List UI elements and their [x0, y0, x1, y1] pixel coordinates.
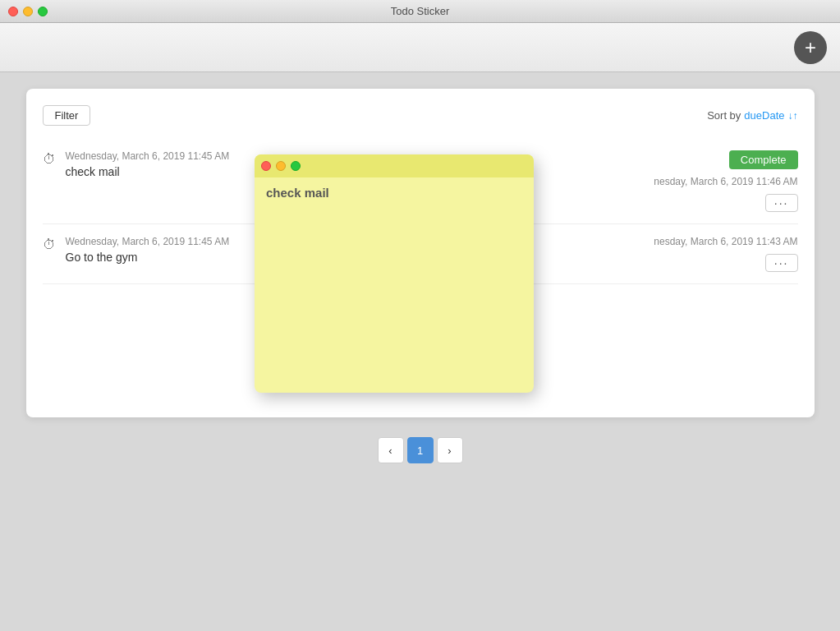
add-todo-button[interactable]: + — [794, 31, 827, 64]
next-page-button[interactable]: › — [437, 437, 463, 463]
title-bar: Todo Sticker — [0, 0, 840, 23]
pagination: ‹ 1 › — [378, 437, 463, 463]
prev-page-button[interactable]: ‹ — [378, 437, 404, 463]
window-title: Todo Sticker — [391, 5, 450, 17]
card-header: Filter Sort by dueDate ↓↑ — [43, 105, 798, 126]
more-options-button[interactable]: ··· — [765, 254, 798, 272]
sticker-title: check mail — [266, 186, 522, 200]
sticker-close-button[interactable] — [261, 161, 271, 171]
due-date: nesday, March 6, 2019 11:43 AM — [654, 236, 797, 247]
due-date: nesday, March 6, 2019 11:46 AM — [654, 176, 797, 187]
clock-icon: ⏱ — [43, 237, 56, 252]
sticker-window: check mail — [255, 154, 534, 393]
clock-icon: ⏱ — [43, 152, 56, 167]
filter-button[interactable]: Filter — [43, 105, 91, 126]
todo-right: nesday, March 6, 2019 11:43 AM ··· — [654, 236, 797, 272]
sticker-content: check mail — [255, 177, 534, 393]
close-button[interactable] — [8, 7, 18, 16]
sort-bar: Sort by dueDate ↓↑ — [707, 109, 797, 122]
sort-key: dueDate — [744, 109, 784, 122]
maximize-button[interactable] — [38, 7, 48, 16]
sort-direction-icon: ↓↑ — [788, 110, 798, 122]
sticker-minimize-button[interactable] — [276, 161, 286, 171]
sort-label: Sort by — [707, 109, 741, 122]
sticker-maximize-button[interactable] — [291, 161, 301, 171]
window-controls — [8, 7, 48, 16]
minimize-button[interactable] — [23, 7, 33, 16]
more-options-button[interactable]: ··· — [765, 194, 798, 212]
complete-badge: Complete — [729, 150, 798, 169]
toolbar: + — [0, 23, 840, 72]
page-1-button[interactable]: 1 — [407, 437, 434, 463]
sticker-titlebar — [255, 154, 534, 177]
main-content: Filter Sort by dueDate ↓↑ ⏱ Wednesday, M… — [0, 72, 840, 631]
todo-right: Complete nesday, March 6, 2019 11:46 AM … — [654, 150, 797, 212]
sticker-popup: check mail — [255, 154, 534, 393]
